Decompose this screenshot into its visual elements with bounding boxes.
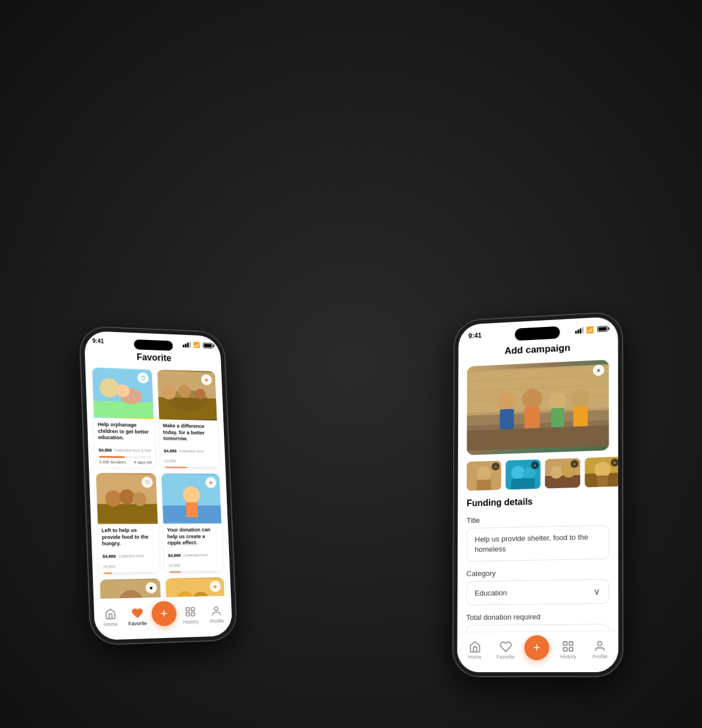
favorite-nav-icon-r bbox=[500, 640, 512, 653]
thumbnail-4[interactable]: × bbox=[585, 457, 618, 488]
category-select[interactable]: Education ∨ bbox=[466, 579, 609, 606]
nav-item-profile[interactable]: Profile bbox=[203, 604, 230, 624]
nav-label-home-r: Home bbox=[468, 654, 481, 660]
campaign-image: ♡ bbox=[92, 367, 154, 419]
hero-image: × bbox=[467, 359, 609, 455]
svg-rect-29 bbox=[186, 612, 190, 616]
nav-label-history: History bbox=[183, 619, 199, 625]
campaign-image: ♥ bbox=[157, 370, 217, 421]
battery-icon bbox=[597, 326, 607, 332]
chevron-down-icon: ∨ bbox=[593, 586, 600, 597]
svg-rect-67 bbox=[569, 647, 573, 651]
campaign-card[interactable]: ♥ Your donation can help us create a rip… bbox=[161, 473, 223, 573]
svg-rect-28 bbox=[191, 607, 195, 611]
nav-item-add-r[interactable]: + bbox=[521, 635, 553, 664]
svg-rect-1 bbox=[93, 401, 154, 418]
title-label: Title bbox=[467, 513, 609, 525]
thumbnail-3[interactable]: × bbox=[545, 458, 580, 488]
funding-section-title: Funding details bbox=[467, 494, 609, 509]
donation-label: Total donation required bbox=[466, 612, 609, 621]
favorite-btn[interactable]: ♡ bbox=[141, 477, 153, 488]
thumb-remove-btn[interactable]: × bbox=[611, 459, 619, 467]
campaign-card[interactable]: ♡ Help orphanage children to get better … bbox=[92, 367, 156, 468]
campaign-image: ♡ bbox=[96, 473, 158, 524]
signal-icon bbox=[575, 327, 583, 334]
svg-rect-12 bbox=[97, 504, 158, 523]
nav-item-history-r[interactable]: History bbox=[553, 640, 584, 659]
nav-label-favorite-r: Favorite bbox=[496, 654, 515, 660]
card-title: Make a difference today, for a better to… bbox=[163, 423, 215, 443]
favorite-btn[interactable]: ♥ bbox=[205, 477, 217, 488]
bottom-nav-left: Home Favorite + bbox=[93, 595, 232, 640]
category-field: Category Education ∨ bbox=[466, 567, 609, 606]
title-field: Title Help us provide shelter, food to t… bbox=[467, 513, 609, 562]
category-label: Category bbox=[466, 567, 609, 578]
card-title: Your donation can help us create a rippl… bbox=[167, 527, 219, 547]
favorite-btn[interactable]: ♡ bbox=[137, 372, 149, 383]
time-right: 9:41 bbox=[468, 332, 481, 340]
svg-rect-47 bbox=[573, 406, 587, 427]
campaign-card[interactable]: ♥ Make a difference today, for a better … bbox=[157, 370, 219, 468]
bottom-nav-right: Home Favorite + bbox=[457, 631, 618, 672]
nav-item-history[interactable]: History bbox=[177, 605, 204, 625]
wifi-icon: 📶 bbox=[193, 342, 200, 348]
right-phone-screen: 9:41 📶 bbox=[457, 316, 618, 672]
thumbnail-row: × × bbox=[458, 457, 618, 491]
svg-rect-51 bbox=[477, 480, 491, 491]
svg-rect-45 bbox=[551, 408, 564, 428]
left-phone-screen: 9:41 📶 bbox=[84, 331, 232, 641]
profile-icon bbox=[210, 604, 223, 617]
thumbnail-1[interactable]: × bbox=[467, 461, 501, 491]
signal-icon bbox=[182, 341, 191, 347]
svg-rect-66 bbox=[564, 647, 567, 651]
profile-icon-r bbox=[594, 640, 606, 652]
campaign-image: ♥ bbox=[161, 473, 221, 523]
title-input[interactable]: Help us provide shelter, food to the hom… bbox=[467, 525, 609, 562]
progress-bar bbox=[99, 456, 152, 459]
campaign-meta: 3,488 donators 4 days left bbox=[99, 460, 152, 464]
add-button-r[interactable]: + bbox=[524, 635, 549, 660]
dynamic-island-left bbox=[134, 340, 173, 351]
wifi-icon: 📶 bbox=[586, 326, 594, 334]
nav-label-profile-r: Profile bbox=[593, 653, 607, 659]
svg-rect-27 bbox=[186, 607, 190, 611]
svg-rect-41 bbox=[500, 409, 514, 430]
dynamic-island-right bbox=[515, 326, 560, 341]
campaign-card[interactable]: ♡ Left to help us provide food to the hu… bbox=[96, 473, 160, 574]
svg-rect-64 bbox=[564, 641, 567, 645]
progress-bar bbox=[103, 572, 156, 574]
nav-label-profile: Profile bbox=[210, 618, 224, 624]
nav-label-home: Home bbox=[104, 621, 118, 627]
nav-label-favorite: Favorite bbox=[128, 620, 147, 627]
svg-rect-65 bbox=[569, 641, 573, 645]
svg-rect-30 bbox=[191, 612, 195, 616]
nav-item-home[interactable]: Home bbox=[96, 607, 124, 628]
thumbnail-2[interactable]: × bbox=[505, 459, 540, 489]
svg-point-68 bbox=[598, 641, 602, 645]
nav-label-history-r: History bbox=[560, 653, 576, 659]
nav-item-profile-r[interactable]: Profile bbox=[584, 640, 616, 660]
card-title: Left to help us provide food to the hung… bbox=[101, 527, 155, 548]
nav-item-add[interactable]: + bbox=[150, 600, 178, 631]
status-icons-right: 📶 bbox=[575, 325, 607, 334]
time-left: 9:41 bbox=[92, 338, 104, 345]
home-icon bbox=[104, 607, 117, 620]
favorite-btn[interactable]: ♥ bbox=[201, 374, 213, 386]
nav-item-home-r[interactable]: Home bbox=[459, 640, 490, 660]
progress-bar bbox=[165, 467, 216, 468]
category-value: Education bbox=[475, 589, 507, 598]
svg-rect-63 bbox=[597, 475, 607, 487]
phone-right: 9:41 📶 bbox=[452, 312, 623, 677]
home-icon-r bbox=[468, 640, 481, 653]
history-icon bbox=[184, 605, 197, 617]
svg-rect-43 bbox=[524, 407, 540, 430]
nav-item-favorite-r[interactable]: Favorite bbox=[490, 640, 521, 660]
status-icons-left: 📶 bbox=[182, 341, 213, 349]
svg-rect-57 bbox=[545, 475, 580, 489]
svg-point-31 bbox=[214, 607, 218, 611]
history-icon-r bbox=[562, 640, 574, 652]
add-button[interactable]: + bbox=[151, 600, 177, 626]
nav-item-favorite[interactable]: Favorite bbox=[124, 606, 152, 626]
favorite-nav-icon bbox=[130, 607, 144, 620]
battery-icon bbox=[203, 342, 213, 348]
